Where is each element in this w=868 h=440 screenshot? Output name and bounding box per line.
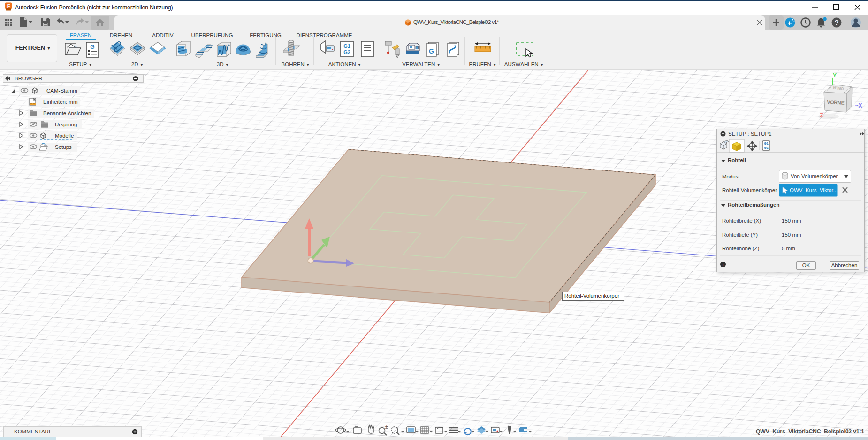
svg-text:G2: G2 [764,146,768,149]
svg-text:±: ± [385,425,388,430]
svg-text:G: G [429,47,434,55]
svg-text:Y: Y [833,72,837,79]
svg-text:i: i [723,262,724,267]
svg-text:G2: G2 [343,49,350,55]
svg-text:G1: G1 [343,43,350,49]
svg-text:Z: Z [820,112,823,119]
svg-text:G1: G1 [764,142,768,145]
svg-text:~X: ~X [855,102,862,109]
svg-text:VORNE: VORNE [827,99,845,106]
